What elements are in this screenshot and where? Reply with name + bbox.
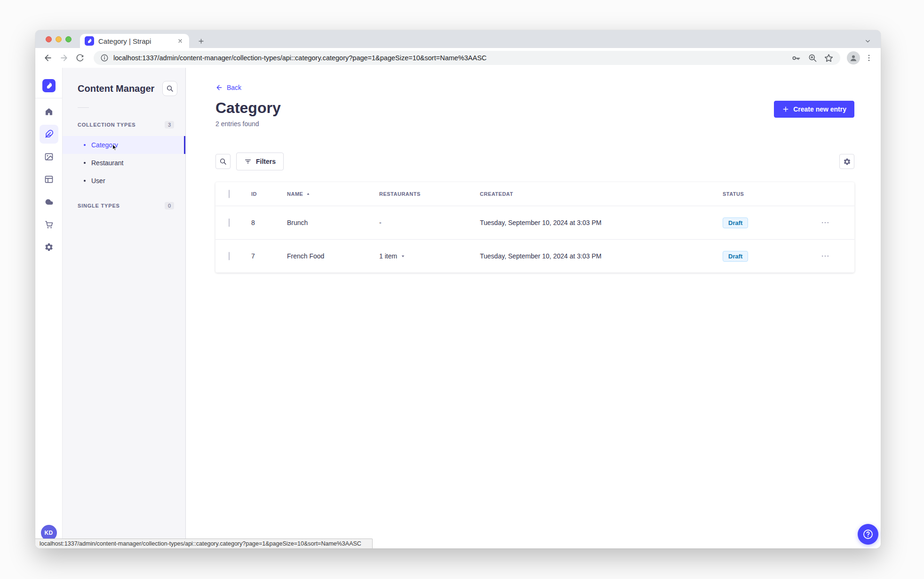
row-actions-menu[interactable] xyxy=(812,251,854,261)
rail-divider xyxy=(35,98,62,98)
cell-id: 8 xyxy=(251,219,287,226)
entries-table: ID NAME RESTAURANTS CREATEDAT STATUS 8 B… xyxy=(215,182,854,273)
browser-profile-icon[interactable] xyxy=(847,51,860,64)
back-label: Back xyxy=(227,84,241,91)
bullet-icon xyxy=(84,144,86,146)
question-mark-icon xyxy=(862,529,874,540)
tab-close-icon[interactable] xyxy=(176,37,184,45)
nav-settings-icon[interactable] xyxy=(40,238,58,257)
strapi-logo-icon[interactable] xyxy=(42,79,56,92)
filters-label: Filters xyxy=(256,158,276,165)
filters-button[interactable]: Filters xyxy=(236,153,284,170)
cell-restaurants: - xyxy=(379,219,480,226)
caret-down-icon xyxy=(400,254,406,259)
sidebar-item-label: Restaurant xyxy=(91,159,123,167)
browser-tab[interactable]: Category | Strapi xyxy=(80,34,189,48)
column-header-restaurants[interactable]: RESTAURANTS xyxy=(379,191,480,197)
main-nav-rail: KD xyxy=(35,68,63,548)
password-key-icon[interactable] xyxy=(791,53,801,63)
window-controls xyxy=(46,36,72,42)
minimize-window-button[interactable] xyxy=(56,36,62,42)
strapi-admin-app: KD Content Manager COLLECTION TYPES 3 Ca… xyxy=(35,68,881,548)
cell-createdat: Tuesday, September 10, 2024 at 3:03 PM xyxy=(480,219,723,226)
create-new-entry-button[interactable]: Create new entry xyxy=(774,101,854,118)
table-row[interactable]: 8 Brunch - Tuesday, September 10, 2024 a… xyxy=(215,206,854,239)
sidebar-divider xyxy=(78,107,89,108)
ellipsis-icon xyxy=(820,218,830,227)
nav-home-icon[interactable] xyxy=(40,102,58,121)
link-preview-statusbar: localhost:1337/admin/content-manager/col… xyxy=(35,539,373,548)
browser-menu-icon[interactable] xyxy=(863,52,875,64)
nav-content-manager-icon[interactable] xyxy=(40,125,58,144)
browser-toolbar: localhost:1337/admin/content-manager/col… xyxy=(35,48,881,68)
content-manager-sidebar: Content Manager COLLECTION TYPES 3 Categ… xyxy=(63,68,186,548)
table-header-row: ID NAME RESTAURANTS CREATEDAT STATUS xyxy=(215,182,854,206)
row-actions-menu[interactable] xyxy=(812,218,854,227)
column-header-id[interactable]: ID xyxy=(251,191,287,197)
new-tab-button[interactable] xyxy=(194,34,207,48)
nav-content-type-builder-icon[interactable] xyxy=(40,170,58,189)
row-checkbox[interactable] xyxy=(229,252,230,260)
tab-search-chevron-icon[interactable] xyxy=(862,35,873,47)
main-content: Back Category 2 entries found Create new… xyxy=(186,68,881,548)
back-arrow-icon xyxy=(215,84,223,91)
close-window-button[interactable] xyxy=(46,36,52,42)
ellipsis-icon xyxy=(820,251,830,261)
cell-name: French Food xyxy=(287,252,379,260)
url-text[interactable]: localhost:1337/admin/content-manager/col… xyxy=(113,54,786,62)
nav-marketplace-icon[interactable] xyxy=(40,215,58,234)
sidebar-item-label: User xyxy=(91,177,105,185)
cell-id: 7 xyxy=(251,252,287,260)
back-link[interactable]: Back xyxy=(215,84,241,91)
reload-button[interactable] xyxy=(73,51,87,65)
browser-tab-strip: Category | Strapi xyxy=(35,30,881,48)
table-search-button[interactable] xyxy=(215,154,231,169)
plus-icon xyxy=(782,105,789,113)
entries-count: 2 entries found xyxy=(215,120,854,128)
bullet-icon xyxy=(84,180,86,182)
status-badge: Draft xyxy=(723,217,748,228)
forward-browser-button[interactable] xyxy=(57,51,71,65)
sidebar-item-user[interactable]: User xyxy=(63,172,185,190)
page-title: Category xyxy=(215,99,854,117)
help-button[interactable] xyxy=(858,524,878,545)
column-header-status[interactable]: STATUS xyxy=(723,191,812,197)
sidebar-item-restaurant[interactable]: Restaurant xyxy=(63,154,185,172)
maximize-window-button[interactable] xyxy=(65,36,72,42)
sort-ascending-icon xyxy=(306,192,311,196)
table-row[interactable]: 7 French Food 1 item Tuesday, September … xyxy=(215,239,854,273)
bullet-icon xyxy=(84,162,86,164)
single-types-count-badge: 0 xyxy=(165,202,174,209)
sidebar-title: Content Manager xyxy=(78,83,154,94)
sidebar-item-category[interactable]: Category xyxy=(63,136,185,154)
column-header-createdat[interactable]: CREATEDAT xyxy=(480,191,723,197)
site-info-icon[interactable] xyxy=(100,54,109,62)
collection-types-label: COLLECTION TYPES xyxy=(78,122,135,128)
filters-row: Filters xyxy=(215,153,854,170)
sidebar-search-button[interactable] xyxy=(162,81,177,96)
cell-createdat: Tuesday, September 10, 2024 at 3:03 PM xyxy=(480,252,723,260)
create-new-entry-label: Create new entry xyxy=(793,105,846,113)
nav-media-library-icon[interactable] xyxy=(40,147,58,166)
strapi-favicon-icon xyxy=(85,36,94,46)
select-all-checkbox[interactable] xyxy=(229,190,230,198)
cell-restaurants-relation[interactable]: 1 item xyxy=(379,252,480,260)
back-browser-button[interactable] xyxy=(41,51,55,65)
mouse-cursor-icon xyxy=(111,143,119,152)
address-bar[interactable]: localhost:1337/admin/content-manager/col… xyxy=(94,51,840,65)
filter-icon xyxy=(244,158,252,165)
status-badge: Draft xyxy=(723,251,748,262)
zoom-icon[interactable] xyxy=(808,53,817,63)
column-header-name[interactable]: NAME xyxy=(287,191,379,197)
table-settings-button[interactable] xyxy=(839,154,854,169)
bookmark-star-icon[interactable] xyxy=(824,53,834,63)
tab-title: Category | Strapi xyxy=(98,37,172,45)
cell-name: Brunch xyxy=(287,219,379,226)
single-types-label: SINGLE TYPES xyxy=(78,203,120,209)
browser-window: Category | Strapi localhost:1337/admin/c… xyxy=(35,30,881,548)
nav-cloud-icon[interactable] xyxy=(40,193,58,211)
row-checkbox[interactable] xyxy=(229,218,230,227)
collection-types-count-badge: 3 xyxy=(165,121,174,129)
